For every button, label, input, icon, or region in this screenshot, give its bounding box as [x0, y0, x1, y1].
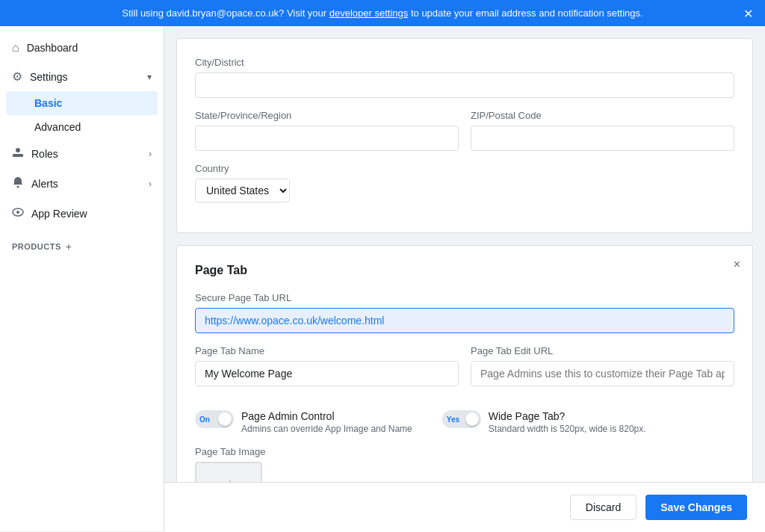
tab-name-group: Page Tab Name: [195, 345, 459, 386]
tab-image-label: Page Tab Image: [195, 446, 734, 457]
city-label: City/District: [195, 57, 734, 68]
admin-control-title: Page Admin Control: [241, 410, 412, 422]
sidebar-item-alerts[interactable]: Alerts ›: [0, 169, 164, 199]
svg-point-4: [16, 211, 19, 214]
tab-name-label: Page Tab Name: [195, 345, 459, 356]
sidebar-item-basic[interactable]: Basic: [6, 91, 158, 115]
city-input[interactable]: [195, 72, 734, 98]
wide-tab-toggle[interactable]: Yes: [442, 410, 481, 428]
discard-button[interactable]: Discard: [570, 495, 637, 520]
save-changes-button[interactable]: Save Changes: [645, 495, 747, 520]
state-form-group: State/Province/Region: [195, 110, 459, 151]
main-content: City/District State/Province/Region ZIP/…: [164, 26, 765, 531]
tab-name-input[interactable]: [195, 361, 459, 386]
wide-tab-title: Wide Page Tab?: [489, 410, 646, 422]
wide-tab-desc: Standard width is 520px, wide is 820px.: [489, 424, 646, 434]
alerts-icon: [12, 176, 24, 191]
sidebar-item-label: Alerts: [31, 178, 58, 190]
products-label: PRODUCTS: [12, 242, 61, 251]
notification-close-button[interactable]: ✕: [743, 6, 753, 20]
svg-point-2: [17, 186, 19, 188]
sidebar-item-roles[interactable]: Roles ›: [0, 139, 164, 169]
country-select[interactable]: United States: [195, 179, 290, 202]
svg-point-1: [16, 148, 20, 152]
admin-control-desc: Admins can override App Image and Name: [241, 424, 412, 434]
country-form-group: Country United States: [195, 163, 734, 202]
secure-url-label: Secure Page Tab URL: [195, 292, 734, 303]
page-tab-close-button[interactable]: ×: [734, 258, 740, 271]
admin-control-info: Page Admin Control Admins can override A…: [241, 410, 412, 434]
chevron-right-icon: ›: [149, 149, 152, 159]
toggles-row: On Page Admin Control Admins can overrid…: [195, 410, 734, 434]
page-tab-title: Page Tab: [195, 264, 734, 277]
secure-url-input[interactable]: [195, 308, 734, 333]
sidebar-item-label: App Review: [31, 208, 87, 220]
address-form-section: City/District State/Province/Region ZIP/…: [176, 38, 753, 233]
settings-submenu: Basic Advanced: [0, 91, 164, 139]
products-add-icon[interactable]: +: [66, 241, 72, 253]
dashboard-icon: ⌂: [12, 41, 19, 55]
toggle-knob: [218, 412, 232, 426]
wide-tab-info: Wide Page Tab? Standard width is 520px, …: [489, 410, 646, 434]
chevron-down-icon: ▾: [147, 72, 152, 82]
sidebar-item-dashboard[interactable]: ⌂ Dashboard: [0, 34, 164, 62]
sidebar-item-app-review[interactable]: App Review: [0, 199, 164, 229]
toggle-on-label: On: [199, 415, 210, 424]
toggle-yes-label: Yes: [447, 415, 459, 424]
secure-url-group: Secure Page Tab URL: [195, 292, 734, 333]
zip-input[interactable]: [471, 126, 734, 151]
svg-rect-0: [13, 154, 23, 157]
app-review-icon: [12, 206, 24, 221]
edit-url-group: Page Tab Edit URL: [471, 345, 734, 386]
main-layout: ⌂ Dashboard ⚙ Settings ▾ Basic Advanced …: [0, 26, 765, 531]
chevron-right-icon: ›: [149, 179, 152, 189]
zip-label: ZIP/Postal Code: [471, 110, 734, 121]
wide-tab-col: Yes Wide Page Tab? Standard width is 520…: [442, 410, 646, 434]
admin-control-toggle[interactable]: On: [195, 410, 234, 428]
zip-form-group: ZIP/Postal Code: [471, 110, 734, 151]
country-label: Country: [195, 163, 734, 174]
sidebar-item-settings[interactable]: ⚙ Settings ▾: [0, 62, 164, 91]
edit-url-input[interactable]: [471, 361, 734, 386]
developer-settings-link[interactable]: developer settings: [329, 7, 409, 19]
sidebar-item-label: Settings: [30, 71, 68, 83]
city-form-group: City/District: [195, 57, 734, 98]
edit-url-label: Page Tab Edit URL: [471, 345, 734, 356]
notification-suffix-text: to update your email address and notific…: [411, 7, 643, 19]
admin-control-col: On Page Admin Control Admins can overrid…: [195, 410, 412, 434]
notification-text: Still using david.bryan@opace.co.uk? Vis…: [122, 7, 326, 19]
sidebar-item-label: Roles: [31, 148, 58, 160]
sidebar-item-label: Dashboard: [27, 42, 78, 54]
notification-bar: Still using david.bryan@opace.co.uk? Vis…: [0, 0, 765, 26]
state-zip-row: State/Province/Region ZIP/Postal Code: [195, 110, 734, 163]
tab-name-edit-url-row: Page Tab Name Page Tab Edit URL: [195, 345, 734, 398]
toggle-knob: [465, 412, 479, 426]
sidebar: ⌂ Dashboard ⚙ Settings ▾ Basic Advanced …: [0, 26, 164, 531]
sidebar-item-advanced[interactable]: Advanced: [0, 115, 164, 139]
roles-icon: [12, 146, 24, 161]
settings-icon: ⚙: [12, 69, 22, 84]
bottom-action-bar: Discard Save Changes: [164, 482, 765, 531]
state-label: State/Province/Region: [195, 110, 459, 121]
state-input[interactable]: [195, 126, 459, 151]
